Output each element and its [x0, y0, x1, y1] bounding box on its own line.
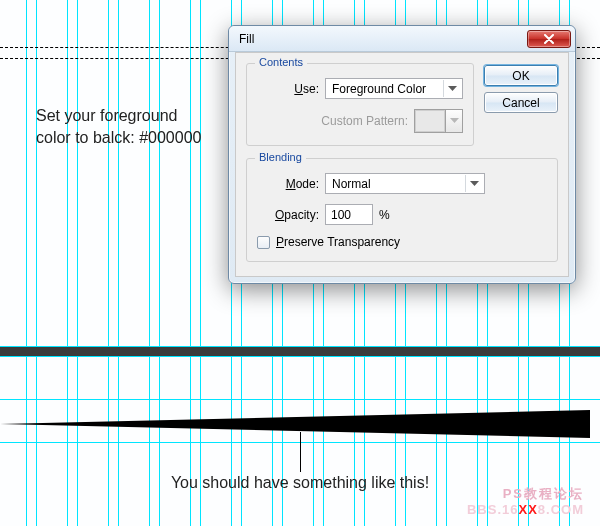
- mode-label: Mode:: [257, 177, 319, 191]
- opacity-label: Opacity:: [257, 208, 319, 222]
- contents-legend: Contents: [255, 56, 307, 68]
- ok-button[interactable]: OK: [484, 65, 558, 86]
- annotation-arrow: [300, 432, 301, 472]
- opacity-input[interactable]: 100: [325, 204, 373, 225]
- chevron-down-icon: [443, 80, 460, 97]
- chevron-down-icon: [465, 175, 482, 192]
- close-icon: [543, 34, 555, 44]
- blending-group: Blending Mode: Normal Opacity: 100 % Pre…: [246, 158, 558, 262]
- annotation-foreground-text: Set your foreground color to balck: #000…: [36, 105, 216, 148]
- preserve-transparency-label: Preserve Transparency: [276, 235, 400, 249]
- percent-label: %: [379, 208, 390, 222]
- fill-dialog: Fill OK Cancel Contents Use: Foreground …: [228, 25, 576, 284]
- watermark: PS教程论坛 BBS.16XX8.COM: [467, 486, 584, 519]
- black-bar: [0, 347, 600, 356]
- pattern-dropdown: [446, 109, 463, 133]
- chevron-down-icon: [450, 118, 459, 124]
- preserve-transparency-checkbox[interactable]: [257, 236, 270, 249]
- dialog-title: Fill: [239, 32, 527, 46]
- use-label: Use:: [257, 82, 319, 96]
- mode-dropdown[interactable]: Normal: [325, 173, 485, 194]
- mode-value: Normal: [332, 177, 371, 191]
- custom-pattern-label: Custom Pattern:: [321, 114, 408, 128]
- use-dropdown[interactable]: Foreground Color: [325, 78, 463, 99]
- cancel-button[interactable]: Cancel: [484, 92, 558, 113]
- pattern-swatch: [414, 109, 446, 133]
- use-value: Foreground Color: [332, 82, 426, 96]
- blending-legend: Blending: [255, 151, 306, 163]
- contents-group: Contents Use: Foreground Color Custom Pa…: [246, 63, 474, 146]
- close-button[interactable]: [527, 30, 571, 48]
- dialog-titlebar[interactable]: Fill: [229, 26, 575, 52]
